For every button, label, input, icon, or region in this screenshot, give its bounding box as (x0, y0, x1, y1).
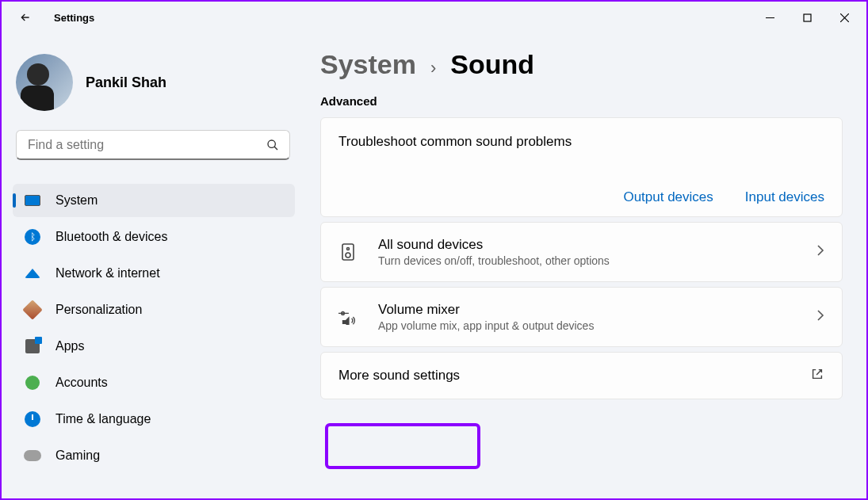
chevron-right-icon (816, 309, 824, 325)
volume-mixer-row[interactable]: Volume mixer App volume mix, app input &… (320, 287, 843, 347)
search-icon (266, 139, 279, 151)
sidebar-item-time-language[interactable]: Time & language (13, 403, 295, 436)
row-title: More sound settings (338, 368, 810, 384)
row-subtitle: Turn devices on/off, troubleshoot, other… (378, 254, 816, 267)
clock-icon (24, 410, 41, 428)
page-title: Sound (450, 49, 534, 80)
card-title: Troubleshoot common sound problems (338, 134, 824, 150)
search-input[interactable] (16, 130, 290, 160)
svg-point-3 (347, 248, 350, 250)
paint-icon (24, 301, 41, 319)
back-button[interactable] (11, 3, 40, 32)
gamepad-icon (24, 447, 41, 464)
bluetooth-icon: ᛒ (24, 228, 41, 246)
sidebar: Pankil Shah System ᛒ Bluetooth & devices… (2, 33, 303, 498)
row-subtitle: App volume mix, app input & output devic… (378, 319, 816, 332)
wifi-icon (24, 265, 41, 282)
breadcrumb: System › Sound (320, 49, 843, 80)
minimize-button[interactable] (751, 3, 789, 32)
row-title: All sound devices (378, 237, 816, 253)
external-link-icon (810, 367, 824, 384)
main-content: System › Sound Advanced Troubleshoot com… (303, 33, 866, 498)
speaker-icon (338, 242, 358, 261)
sidebar-item-label: Bluetooth & devices (55, 230, 167, 244)
arrow-left-icon (19, 11, 32, 24)
user-name: Pankil Shah (86, 74, 166, 91)
sidebar-item-apps[interactable]: Apps (13, 330, 295, 363)
close-icon (840, 13, 849, 22)
section-heading-advanced: Advanced (320, 94, 843, 108)
close-button[interactable] (826, 3, 863, 32)
row-title: Volume mixer (378, 302, 816, 318)
troubleshoot-card: Troubleshoot common sound problems Outpu… (320, 117, 843, 217)
apps-icon (24, 338, 41, 355)
window-title: Settings (54, 12, 94, 24)
breadcrumb-parent[interactable]: System (320, 49, 416, 80)
sidebar-item-network[interactable]: Network & internet (13, 257, 295, 290)
sidebar-item-label: Network & internet (55, 266, 160, 281)
sidebar-item-label: Time & language (55, 412, 151, 426)
all-sound-devices-row[interactable]: All sound devices Turn devices on/off, t… (320, 222, 843, 282)
volume-mixer-icon (338, 309, 358, 325)
sidebar-item-personalization[interactable]: Personalization (13, 293, 295, 326)
sidebar-item-label: Accounts (55, 376, 108, 390)
maximize-button[interactable] (789, 3, 826, 32)
output-devices-link[interactable]: Output devices (623, 189, 713, 205)
search-box (16, 130, 290, 160)
system-icon (24, 192, 41, 209)
input-devices-link[interactable]: Input devices (745, 189, 824, 205)
nav-list: System ᛒ Bluetooth & devices Network & i… (13, 184, 295, 472)
account-icon (24, 374, 41, 391)
sidebar-item-label: System (55, 193, 98, 208)
more-sound-settings-row[interactable]: More sound settings (320, 352, 843, 399)
sidebar-item-gaming[interactable]: Gaming (13, 439, 295, 472)
sidebar-item-label: Apps (55, 339, 84, 353)
sidebar-item-accounts[interactable]: Accounts (13, 366, 295, 399)
svg-point-1 (268, 140, 275, 147)
maximize-icon (803, 13, 812, 22)
sidebar-item-system[interactable]: System (13, 184, 295, 217)
minimize-icon (766, 13, 774, 22)
chevron-right-icon (816, 244, 824, 260)
sidebar-item-bluetooth[interactable]: ᛒ Bluetooth & devices (13, 220, 295, 254)
sidebar-item-label: Gaming (55, 448, 100, 463)
titlebar: Settings (2, 2, 866, 33)
avatar (16, 54, 73, 111)
chevron-right-icon: › (430, 58, 436, 78)
svg-rect-0 (804, 14, 811, 21)
svg-point-4 (346, 253, 350, 258)
profile-block[interactable]: Pankil Shah (16, 54, 295, 111)
sidebar-item-label: Personalization (55, 303, 142, 317)
